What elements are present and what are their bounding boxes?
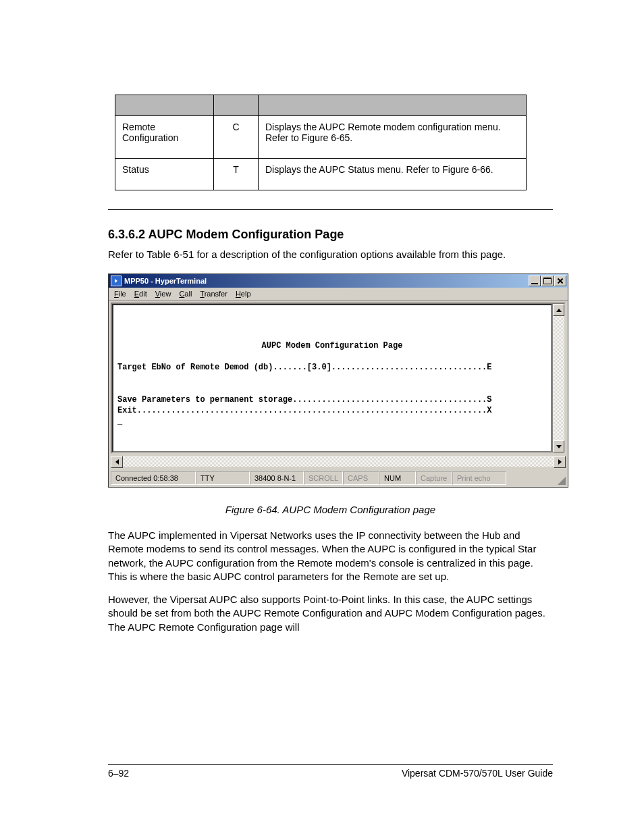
status-mode: TTY — [196, 471, 250, 485]
hyperterminal-window: MPP50 - HyperTerminal File Edit View Cal… — [108, 273, 568, 488]
horizontal-scrollbar[interactable] — [111, 456, 566, 468]
table-row: Status T Displays the AUPC Status menu. … — [115, 159, 527, 190]
cell-key: T — [214, 159, 259, 190]
scroll-up-icon[interactable] — [553, 304, 564, 316]
terminal-line: Exit....................................… — [117, 406, 492, 415]
menu-call[interactable]: Call — [179, 290, 192, 298]
menu-file[interactable]: File — [114, 290, 126, 298]
terminal-area[interactable]: AUPC Modem Configuration Page Target EbN… — [112, 304, 552, 452]
terminal-line: Target EbNo of Remote Demod (db).......[… — [117, 363, 492, 372]
options-table: Remote Configuration C Displays the AUPC… — [115, 95, 527, 190]
terminal-title: AUPC Modem Configuration Page — [117, 340, 547, 351]
scroll-track[interactable] — [553, 316, 564, 440]
cell-desc: Displays the AUPC Status menu. Refer to … — [259, 159, 527, 190]
menu-edit[interactable]: Edit — [134, 290, 147, 298]
vertical-scrollbar[interactable] — [552, 304, 564, 452]
section-rule — [108, 209, 553, 210]
menu-bar: File Edit View Call Transfer Help — [109, 288, 568, 301]
scroll-left-icon[interactable] — [111, 456, 123, 468]
table-row: Remote Configuration C Displays the AUPC… — [115, 116, 527, 159]
cell-key: C — [214, 116, 259, 159]
status-connected: Connected 0:58:38 — [111, 471, 196, 485]
menu-help[interactable]: Help — [236, 290, 251, 298]
figure-caption: Figure 6-64. AUPC Modem Configuration pa… — [108, 504, 553, 515]
maximize-button[interactable] — [541, 276, 554, 286]
status-format: 38400 8-N-1 — [250, 471, 304, 485]
cell-desc: Displays the AUPC Remote modem configura… — [259, 116, 527, 159]
status-scroll: SCROLL — [304, 471, 343, 485]
app-icon — [111, 276, 122, 286]
cell-name: Status — [115, 159, 214, 190]
resize-grip-icon[interactable] — [556, 475, 566, 485]
status-bar: Connected 0:58:38 TTY 38400 8-N-1 SCROLL… — [109, 470, 568, 487]
body-paragraph: The AUPC implemented in Vipersat Network… — [108, 529, 553, 583]
section-heading: 6.3.6.2 AUPC Modem Configuration Page — [108, 228, 553, 242]
scroll-down-icon[interactable] — [553, 440, 564, 452]
cell-name: Remote Configuration — [115, 116, 214, 159]
scroll-track[interactable] — [123, 456, 554, 467]
menu-transfer[interactable]: Transfer — [200, 290, 227, 298]
status-caps: CAPS — [343, 471, 379, 485]
status-num: NUM — [379, 471, 416, 485]
menu-view[interactable]: View — [155, 290, 171, 298]
scroll-right-icon[interactable] — [554, 456, 566, 468]
status-echo: Print echo — [452, 471, 506, 485]
close-button[interactable] — [554, 276, 566, 286]
title-bar[interactable]: MPP50 - HyperTerminal — [109, 274, 568, 288]
status-capture: Capture — [416, 471, 452, 485]
window-title: MPP50 - HyperTerminal — [124, 277, 207, 285]
intro-text: Refer to Table 6-51 for a description of… — [108, 249, 553, 260]
minimize-button[interactable] — [529, 276, 541, 286]
terminal-cursor: _ — [117, 417, 122, 426]
terminal-line: Save Parameters to permanent storage....… — [117, 395, 492, 405]
body-paragraph: However, the Vipersat AUPC also supports… — [108, 593, 553, 634]
